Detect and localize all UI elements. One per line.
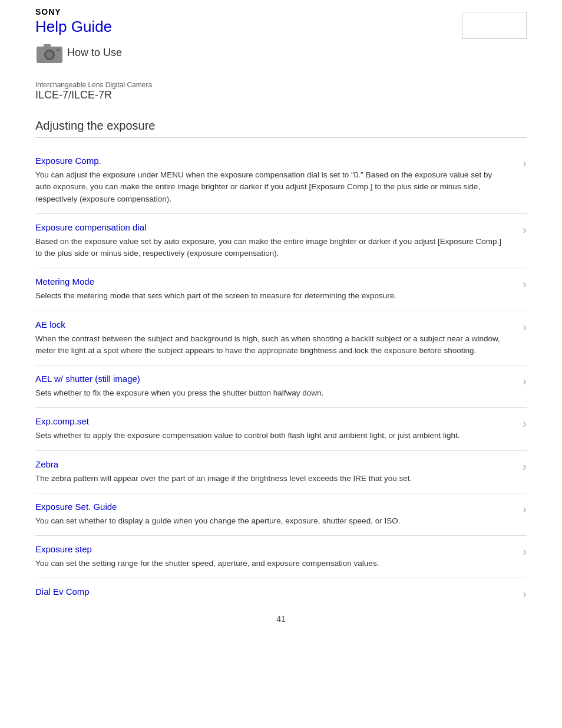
topic-item[interactable]: Metering Mode Selects the metering mode … (35, 268, 527, 311)
device-info: Interchangeable Lens Digital Camera ILCE… (35, 81, 527, 107)
topic-link[interactable]: Exposure Set. Guide (35, 502, 505, 512)
device-model: ILCE-7/ILCE-7R (35, 89, 527, 101)
topic-content: Metering Mode Selects the metering mode … (35, 276, 523, 302)
camera-icon (35, 41, 64, 64)
topic-desc: Sets whether to apply the exposure compe… (35, 431, 459, 440)
topic-link[interactable]: Exposure Comp. (35, 156, 505, 166)
topic-link[interactable]: Exposure compensation dial (35, 222, 505, 232)
page-number: 41 (35, 608, 527, 630)
topic-content: AEL w/ shutter (still image) Sets whethe… (35, 374, 523, 399)
topic-item[interactable]: Exposure step You can set the setting ra… (35, 536, 527, 578)
chevron-right-icon: › (523, 503, 527, 515)
topic-desc: You can set the setting range for the sh… (35, 559, 379, 568)
device-type: Interchangeable Lens Digital Camera (35, 81, 527, 89)
topic-content: Exposure Comp. You can adjust the exposu… (35, 156, 523, 205)
header-search-box[interactable] (462, 12, 527, 39)
topic-link[interactable]: Zebra (35, 459, 505, 469)
topic-item[interactable]: Dial Ev Comp › (35, 578, 527, 608)
svg-rect-1 (44, 44, 51, 48)
topic-desc: Selects the metering mode that sets whic… (35, 291, 396, 300)
topic-item[interactable]: Zebra The zebra pattern will appear over… (35, 451, 527, 493)
topic-content: Zebra The zebra pattern will appear over… (35, 459, 523, 485)
chevron-right-icon: › (523, 321, 527, 332)
topic-content: AE lock When the contrast between the su… (35, 319, 523, 357)
topic-desc: You can adjust the exposure under MENU w… (35, 170, 492, 203)
topic-link[interactable]: AE lock (35, 319, 505, 330)
section-title: Adjusting the exposure (35, 119, 527, 138)
topic-desc: When the contrast between the subject an… (35, 334, 500, 355)
main-content: Interchangeable Lens Digital Camera ILCE… (0, 69, 562, 641)
chevron-right-icon: › (523, 588, 527, 599)
topic-link[interactable]: Exposure step (35, 544, 505, 554)
topic-content: Exposure Set. Guide You can set whether … (35, 502, 523, 527)
help-guide-title: Help Guide (35, 18, 122, 36)
topic-desc: Based on the exposure value set by auto … (35, 237, 501, 258)
chevron-right-icon: › (523, 417, 527, 429)
chevron-right-icon: › (523, 545, 527, 557)
topic-item[interactable]: AE lock When the contrast between the su… (35, 311, 527, 366)
how-to-use-area: How to Use (35, 41, 122, 64)
topic-desc: You can set whether to display a guide w… (35, 516, 400, 525)
chevron-right-icon: › (523, 460, 527, 472)
svg-rect-4 (57, 49, 59, 51)
topic-item[interactable]: AEL w/ shutter (still image) Sets whethe… (35, 365, 527, 408)
how-to-use-label: How to Use (67, 47, 122, 59)
topic-content: Dial Ev Comp (35, 587, 523, 600)
topics-list: Exposure Comp. You can adjust the exposu… (35, 147, 527, 608)
sony-logo: SONY (35, 7, 122, 17)
chevron-right-icon: › (523, 375, 527, 387)
topic-link[interactable]: Dial Ev Comp (35, 587, 505, 597)
topic-item[interactable]: Exp.comp.set Sets whether to apply the e… (35, 408, 527, 450)
topic-link[interactable]: Exp.comp.set (35, 416, 505, 426)
topic-link[interactable]: Metering Mode (35, 276, 505, 286)
topic-desc: The zebra pattern will appear over the p… (35, 474, 412, 483)
topic-item[interactable]: Exposure Set. Guide You can set whether … (35, 493, 527, 536)
topic-link[interactable]: AEL w/ shutter (still image) (35, 374, 505, 384)
page-header: SONY Help Guide How to Use (0, 0, 562, 69)
chevron-right-icon: › (523, 223, 527, 235)
chevron-right-icon: › (523, 157, 527, 169)
svg-point-3 (46, 51, 53, 58)
topic-desc: Sets whether to fix the exposure when yo… (35, 388, 323, 397)
topic-content: Exposure step You can set the setting ra… (35, 544, 523, 569)
chevron-right-icon: › (523, 278, 527, 289)
topic-item[interactable]: Exposure Comp. You can adjust the exposu… (35, 147, 527, 214)
topic-content: Exposure compensation dial Based on the … (35, 222, 523, 260)
topic-content: Exp.comp.set Sets whether to apply the e… (35, 416, 523, 442)
header-left: SONY Help Guide How to Use (35, 7, 122, 64)
topic-item[interactable]: Exposure compensation dial Based on the … (35, 214, 527, 269)
